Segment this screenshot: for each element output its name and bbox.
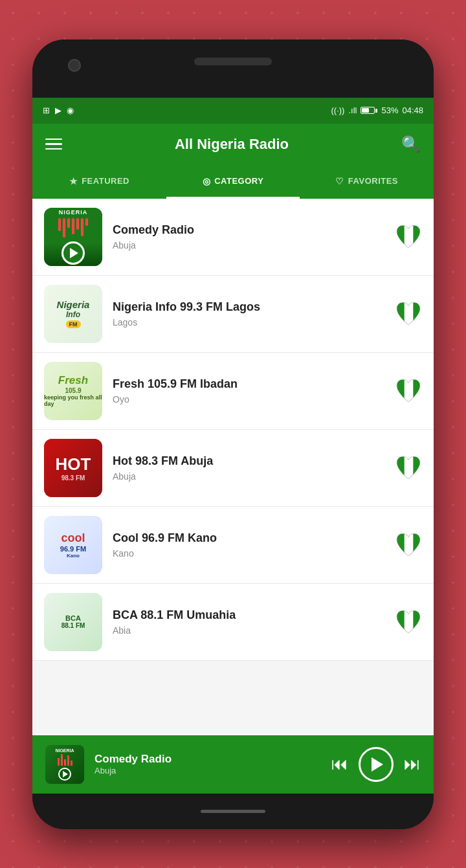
tabs-bar: ★ FEATURED ◎ CATEGORY ♡ FAVORITES <box>32 165 434 199</box>
clock: 04:48 <box>402 106 423 115</box>
play-triangle-icon <box>372 757 383 772</box>
tab-featured-label: FEATURED <box>82 176 129 186</box>
signal-icon: .ıll <box>348 106 357 115</box>
station-info: BCA 88.1 FM Umuahia Abia <box>113 608 384 636</box>
battery-indicator <box>361 107 377 114</box>
player-logo: NIGERIA <box>45 745 84 784</box>
station-item[interactable]: Nigeria Info FM Nigeria Info 99.3 FM Lag… <box>32 276 434 353</box>
search-button[interactable]: 🔍 <box>401 135 421 153</box>
station-logo: HOT 98.3 FM <box>44 439 102 497</box>
station-item[interactable]: cool 96.9 FM Kano Cool 96.9 FM Kano Kano <box>32 507 434 584</box>
station-info: Cool 96.9 FM Kano Kano <box>113 531 384 559</box>
media-icon: ⊞ <box>43 106 50 115</box>
play-pause-button[interactable] <box>359 747 394 782</box>
station-item[interactable]: HOT 98.3 FM Hot 98.3 FM Abuja Abuja <box>32 430 434 507</box>
wifi-icon: ((·)) <box>331 106 344 115</box>
station-info: Comedy Radio Abuja <box>113 223 384 250</box>
station-name: Fresh 105.9 FM Ibadan <box>113 377 384 391</box>
station-logo: BCA 88.1 FM <box>44 593 102 651</box>
player-title: Comedy Radio <box>94 753 321 766</box>
station-item[interactable]: Fresh 105.9 keeping you fresh all day Fr… <box>32 353 434 430</box>
tab-category[interactable]: ◎ CATEGORY <box>166 165 300 197</box>
station-location: Abuja <box>113 240 384 250</box>
station-location: Oyo <box>113 394 384 405</box>
status-icons-left: ⊞ ▶ ◉ <box>43 106 74 115</box>
station-name: BCA 88.1 FM Umuahia <box>113 608 384 622</box>
menu-button[interactable] <box>45 139 62 150</box>
station-location: Abia <box>113 625 384 636</box>
favorite-button[interactable] <box>395 454 422 482</box>
category-icon: ◎ <box>203 176 211 186</box>
station-name: Nigeria Info 99.3 FM Lagos <box>113 300 384 314</box>
phone-frame: ⊞ ▶ ◉ ((·)) .ıll 53% 04:48 All Nigeria R… <box>32 39 434 829</box>
app-title: All Nigeria Radio <box>62 136 401 153</box>
tab-featured[interactable]: ★ FEATURED <box>32 165 166 197</box>
favorite-button[interactable] <box>395 608 422 636</box>
station-logo: cool 96.9 FM Kano <box>44 516 102 574</box>
heart-icon: ♡ <box>335 176 344 186</box>
camera <box>68 59 81 72</box>
favorite-button[interactable] <box>395 377 422 405</box>
menu-line-2 <box>45 143 62 145</box>
next-button[interactable]: ⏭ <box>404 754 421 774</box>
app-header: All Nigeria Radio 🔍 <box>32 124 434 165</box>
play-icon: ▶ <box>55 106 61 115</box>
tab-favorites[interactable]: ♡ FAVORITES <box>300 165 434 197</box>
menu-line-1 <box>45 139 62 140</box>
station-logo: NIGERIA <box>44 208 102 266</box>
phone-top <box>32 39 434 98</box>
station-name: Hot 98.3 FM Abuja <box>113 454 384 468</box>
status-bar: ⊞ ▶ ◉ ((·)) .ıll 53% 04:48 <box>32 98 434 124</box>
phone-bottom <box>32 794 434 829</box>
station-logo: Nigeria Info FM <box>44 285 102 343</box>
station-info: Hot 98.3 FM Abuja Abuja <box>113 454 384 482</box>
speaker <box>194 58 272 65</box>
favorite-button[interactable] <box>395 300 422 328</box>
battery-percent: 53% <box>381 106 398 115</box>
menu-line-3 <box>45 148 62 150</box>
station-name: Comedy Radio <box>113 223 384 237</box>
station-location: Kano <box>113 548 384 559</box>
player-controls: ⏮ ⏭ <box>331 747 421 782</box>
prev-button[interactable]: ⏮ <box>331 754 348 774</box>
tab-favorites-label: FAVORITES <box>348 176 398 186</box>
player-subtitle: Abuja <box>94 766 321 775</box>
station-info: Fresh 105.9 FM Ibadan Oyo <box>113 377 384 405</box>
favorite-button[interactable] <box>395 223 422 250</box>
favorite-button[interactable] <box>395 531 422 559</box>
tab-category-label: CATEGORY <box>214 176 263 186</box>
station-list: NIGERIA Comedy Radio <box>32 199 434 735</box>
station-name: Cool 96.9 FM Kano <box>113 531 384 545</box>
station-item[interactable]: BCA 88.1 FM BCA 88.1 FM Umuahia Abia <box>32 584 434 661</box>
status-right: ((·)) .ıll 53% 04:48 <box>331 106 423 115</box>
bottom-player: NIGERIA Comedy Radio Abuja ⏮ <box>32 735 434 794</box>
station-location: Abuja <box>113 471 384 482</box>
player-info: Comedy Radio Abuja <box>94 753 321 775</box>
station-info: Nigeria Info 99.3 FM Lagos Lagos <box>113 300 384 328</box>
star-icon: ★ <box>69 176 78 186</box>
home-bar <box>201 810 265 813</box>
station-location: Lagos <box>113 317 384 328</box>
radio-icon: ◉ <box>67 106 74 115</box>
station-item[interactable]: NIGERIA Comedy Radio <box>32 199 434 276</box>
station-logo: Fresh 105.9 keeping you fresh all day <box>44 362 102 420</box>
